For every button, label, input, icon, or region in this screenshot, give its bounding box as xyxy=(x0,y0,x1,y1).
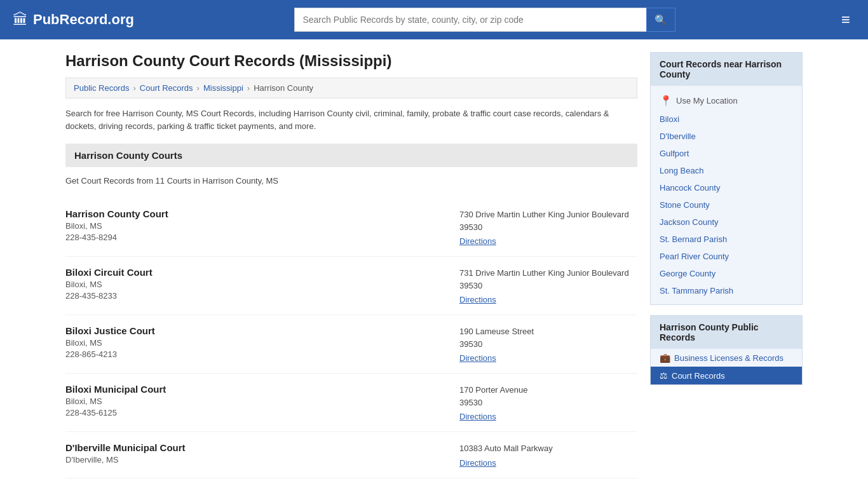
court-city-3: Biloxi, MS xyxy=(65,396,447,406)
court-name-4: D'Iberville Municipal Court xyxy=(65,442,447,453)
court-city-2: Biloxi, MS xyxy=(65,338,447,348)
site-logo[interactable]: 🏛 PubRecord.org xyxy=(13,11,134,29)
court-info-1: Biloxi Circuit Court Biloxi, MS 228-435-… xyxy=(65,267,447,304)
directions-link-0[interactable]: Directions xyxy=(459,236,496,246)
nearby-body: 📍 Use My Location BiloxiD'IbervilleGulfp… xyxy=(651,86,802,304)
page-description: Search for free Harrison County, MS Cour… xyxy=(65,107,637,132)
directions-link-4[interactable]: Directions xyxy=(459,458,496,468)
table-row: Harrison County Court Biloxi, MS 228-435… xyxy=(65,198,637,257)
breadcrumb: Public Records › Court Records › Mississ… xyxy=(65,78,637,98)
breadcrumb-sep-1: › xyxy=(133,83,135,93)
pub-record-label-1: Court Records xyxy=(672,371,725,381)
header: 🏛 PubRecord.org 🔍 ≡ xyxy=(0,0,868,39)
court-list: Harrison County Court Biloxi, MS 228-435… xyxy=(65,198,637,478)
nearby-item-7[interactable]: St. Bernard Parish xyxy=(651,231,802,248)
use-my-location-label: Use My Location xyxy=(676,96,738,105)
sub-description: Get Court Records from 11 Courts in Harr… xyxy=(65,173,637,188)
court-address-1: 731 Drive Martin Luther King Junior Boul… xyxy=(459,267,637,304)
nearby-item-0[interactable]: Biloxi xyxy=(651,111,802,128)
court-address-0: 730 Drive Martin Luther King Junior Boul… xyxy=(459,208,637,246)
court-city-4: D'Iberville, MS xyxy=(65,455,447,464)
table-row: Biloxi Justice Court Biloxi, MS 228-865-… xyxy=(65,315,637,374)
court-address-text-4: 10383 Auto Mall Parkway xyxy=(459,442,637,455)
directions-link-2[interactable]: Directions xyxy=(459,353,496,363)
nearby-item-2[interactable]: Gulfport xyxy=(651,145,802,162)
table-row: D'Iberville Municipal Court D'Iberville,… xyxy=(65,432,637,478)
section-header: Harrison County Courts xyxy=(65,144,637,167)
court-info-2: Biloxi Justice Court Biloxi, MS 228-865-… xyxy=(65,325,447,363)
sidebar: Court Records near Harrison County 📍 Use… xyxy=(650,52,803,478)
court-address-text-1: 731 Drive Martin Luther King Junior Boul… xyxy=(459,267,637,292)
court-name-3: Biloxi Municipal Court xyxy=(65,384,447,395)
court-address-4: 10383 Auto Mall Parkway Directions xyxy=(459,442,637,468)
nearby-item-4[interactable]: Hancock County xyxy=(651,179,802,196)
search-icon: 🔍 xyxy=(654,15,667,25)
breadcrumb-public-records[interactable]: Public Records xyxy=(74,83,129,93)
public-records-box: Harrison County Public Records 💼Business… xyxy=(650,315,803,385)
content-area: Harrison County Court Records (Mississip… xyxy=(65,52,637,478)
use-my-location[interactable]: 📍 Use My Location xyxy=(651,91,802,111)
pub-record-label-0: Business Licenses & Records xyxy=(674,353,783,363)
menu-button[interactable]: ≡ xyxy=(836,11,855,29)
court-address-text-2: 190 Lameuse Street39530 xyxy=(459,325,637,350)
nearby-item-9[interactable]: George County xyxy=(651,265,802,282)
breadcrumb-sep-2: › xyxy=(197,83,200,93)
page-title: Harrison County Court Records (Mississip… xyxy=(65,52,637,70)
court-address-text-0: 730 Drive Martin Luther King Junior Boul… xyxy=(459,208,637,233)
logo-text: PubRecord.org xyxy=(33,11,134,28)
court-name-0: Harrison County Court xyxy=(65,208,447,219)
court-name-1: Biloxi Circuit Court xyxy=(65,267,447,278)
court-phone-2: 228-865-4213 xyxy=(65,349,447,359)
court-info-4: D'Iberville Municipal Court D'Iberville,… xyxy=(65,442,447,468)
breadcrumb-sep-3: › xyxy=(247,83,250,93)
court-address-2: 190 Lameuse Street39530 Directions xyxy=(459,325,637,363)
court-phone-1: 228-435-8233 xyxy=(65,291,447,301)
court-info-0: Harrison County Court Biloxi, MS 228-435… xyxy=(65,208,447,246)
court-phone-0: 228-435-8294 xyxy=(65,233,447,242)
public-records-header: Harrison County Public Records xyxy=(651,316,802,349)
court-address-text-3: 170 Porter Avenue39530 xyxy=(459,384,637,409)
search-container: 🔍 xyxy=(294,8,675,32)
location-icon: 📍 xyxy=(660,95,672,107)
search-input[interactable] xyxy=(294,8,646,32)
public-records-item-0[interactable]: 💼Business Licenses & Records xyxy=(651,349,802,367)
court-phone-3: 228-435-6125 xyxy=(65,408,447,417)
table-row: Biloxi Municipal Court Biloxi, MS 228-43… xyxy=(65,374,637,432)
nearby-item-6[interactable]: Jackson County xyxy=(651,214,802,231)
search-button[interactable]: 🔍 xyxy=(646,8,675,32)
court-name-2: Biloxi Justice Court xyxy=(65,325,447,336)
pub-record-icon-1: ⚖ xyxy=(660,370,668,381)
pub-record-icon-0: 💼 xyxy=(660,353,670,363)
nearby-item-5[interactable]: Stone County xyxy=(651,196,802,214)
breadcrumb-mississippi[interactable]: Mississippi xyxy=(203,83,243,93)
nearby-item-10[interactable]: St. Tammany Parish xyxy=(651,282,802,299)
main-container: Harrison County Court Records (Mississip… xyxy=(53,39,815,488)
breadcrumb-current: Harrison County xyxy=(254,83,313,93)
table-row: Biloxi Circuit Court Biloxi, MS 228-435-… xyxy=(65,257,637,315)
directions-link-3[interactable]: Directions xyxy=(459,412,496,421)
logo-icon: 🏛 xyxy=(13,11,28,29)
public-records-item-1[interactable]: ⚖Court Records xyxy=(651,367,802,384)
court-city-1: Biloxi, MS xyxy=(65,280,447,289)
nearby-item-3[interactable]: Long Beach xyxy=(651,162,802,179)
directions-link-1[interactable]: Directions xyxy=(459,295,496,304)
nearby-items: BiloxiD'IbervilleGulfportLong BeachHanco… xyxy=(651,111,802,299)
menu-icon: ≡ xyxy=(841,11,850,28)
nearby-box: Court Records near Harrison County 📍 Use… xyxy=(650,52,803,305)
court-info-3: Biloxi Municipal Court Biloxi, MS 228-43… xyxy=(65,384,447,421)
court-address-3: 170 Porter Avenue39530 Directions xyxy=(459,384,637,421)
public-records-items: 💼Business Licenses & Records⚖Court Recor… xyxy=(651,349,802,384)
nearby-item-8[interactable]: Pearl River County xyxy=(651,248,802,265)
court-city-0: Biloxi, MS xyxy=(65,221,447,231)
nearby-item-1[interactable]: D'Iberville xyxy=(651,128,802,145)
nearby-header: Court Records near Harrison County xyxy=(651,53,802,86)
breadcrumb-court-records[interactable]: Court Records xyxy=(140,83,193,93)
